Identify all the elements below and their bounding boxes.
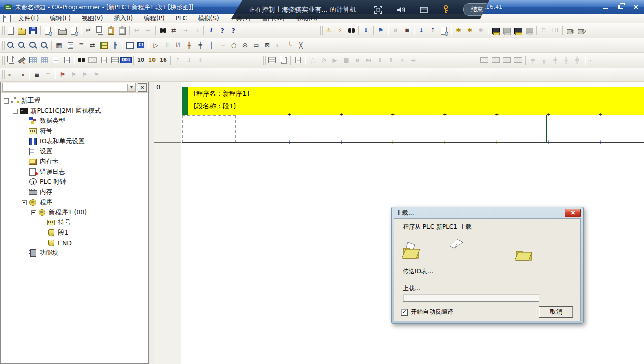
watch-window[interactable]: [27, 55, 39, 66]
monitor-in-rung[interactable]: [98, 40, 109, 51]
tree-expander-icon[interactable]: [22, 180, 28, 184]
shift-rung-left[interactable]: ⇤: [5, 69, 16, 80]
undo[interactable]: ↩: [131, 25, 142, 36]
work-online[interactable]: [490, 25, 501, 36]
output-window[interactable]: [50, 55, 61, 66]
force-on[interactable]: [564, 25, 575, 36]
properties-window[interactable]: [61, 55, 72, 66]
print[interactable]: [57, 25, 68, 36]
open-file[interactable]: [16, 25, 27, 36]
pause-monitoring[interactable]: ▮▮: [401, 25, 412, 36]
tree-expander-icon[interactable]: [13, 109, 19, 113]
tree-item-memory[interactable]: 内存: [1, 187, 148, 197]
select-tool[interactable]: ▷: [150, 40, 161, 51]
tree-item-symbols[interactable]: 符号: [1, 126, 148, 136]
new-file[interactable]: [5, 25, 16, 36]
compile-program-check[interactable]: [42, 25, 53, 36]
online-edit-mode[interactable]: [524, 25, 535, 36]
clear-breakpoints[interactable]: ⊘: [318, 55, 329, 66]
sim-scan-run[interactable]: ⇥: [408, 55, 419, 66]
tree-expander-icon[interactable]: [40, 230, 47, 235]
tree-expander-icon[interactable]: [22, 200, 28, 205]
toggle-project-window[interactable]: [5, 55, 16, 66]
tree-item-section1[interactable]: 段1: [1, 227, 148, 238]
toggle-bookmark[interactable]: ⚑: [57, 69, 68, 80]
display-decimal[interactable]: 10: [135, 55, 146, 66]
zoom-out[interactable]: [39, 40, 50, 51]
binary-monitor-window[interactable]: 001: [120, 55, 132, 66]
go-to-next-address[interactable]: ↓: [183, 55, 195, 66]
go-to-jump[interactable]: ✳: [195, 55, 206, 66]
tree-expander-icon[interactable]: [40, 241, 47, 245]
fullscreen-icon[interactable]: [374, 5, 383, 14]
help-topics[interactable]: ?: [217, 25, 228, 36]
key-icon[interactable]: [442, 5, 450, 15]
transfer-program-to-plc[interactable]: ✱: [453, 25, 464, 36]
pause-monitoring-disabled[interactable]: ▮▮: [390, 25, 401, 36]
tree-expander-icon[interactable]: [22, 170, 28, 174]
show-annotations[interactable]: [512, 55, 524, 66]
zoom-to-fit[interactable]: [5, 40, 16, 51]
auto-decompile-checkbox[interactable]: ✓: [401, 309, 408, 316]
set-breakpoint[interactable]: ◌: [307, 55, 318, 66]
compare-with-plc[interactable]: [438, 25, 449, 36]
tree-item-plcclock[interactable]: PLC 时钟: [1, 177, 148, 187]
view-ci-window[interactable]: CI: [135, 40, 146, 51]
vertical-line[interactable]: │: [206, 40, 217, 51]
go-to-previous-address[interactable]: ↑: [172, 55, 183, 66]
network-transfer[interactable]: ⚑: [375, 25, 386, 36]
dialog-titlebar[interactable]: 上载...: [394, 208, 581, 217]
toggle-rung-wrap[interactable]: ⇄: [87, 40, 98, 51]
menu-view[interactable]: 视图(V): [77, 14, 109, 23]
previous-bookmark[interactable]: ⚑: [68, 69, 79, 80]
save-file[interactable]: [27, 25, 39, 36]
display-signed-decimal[interactable]: 10: [146, 55, 158, 66]
menu-simulation[interactable]: 模拟(S): [194, 14, 226, 23]
about-info[interactable]: i: [205, 25, 217, 36]
toolbox[interactable]: [16, 55, 27, 66]
menu-plc[interactable]: PLC: [171, 14, 193, 23]
sim-continuous-step[interactable]: »: [396, 55, 408, 66]
cancel-button[interactable]: 取消: [539, 306, 573, 318]
data-trace-window[interactable]: [109, 55, 120, 66]
address-reference[interactable]: ⇒: [191, 25, 202, 36]
show-instruction-comments[interactable]: [501, 55, 512, 66]
context-help[interactable]: ?: [228, 25, 239, 36]
force-off[interactable]: [575, 25, 587, 36]
auto-line-connect[interactable]: ⌐: [587, 55, 598, 66]
show-rung-comments[interactable]: [490, 55, 501, 66]
tree-item-settings[interactable]: 设置: [1, 146, 148, 156]
tree-expander-icon[interactable]: [4, 98, 10, 103]
tree-item-program1[interactable]: 新程序1 (00): [1, 207, 148, 217]
new-contact[interactable]: ┤├: [161, 40, 172, 51]
simulator-online[interactable]: [266, 55, 278, 66]
auto-online[interactable]: ⇓: [360, 25, 372, 36]
find-references[interactable]: ⇢: [179, 25, 191, 36]
tree-expander-icon[interactable]: [31, 210, 38, 215]
tree-expander-icon[interactable]: [22, 129, 28, 134]
new-or-closed-contact[interactable]: ╪: [195, 40, 206, 51]
view-symbol-table[interactable]: [124, 40, 135, 51]
differential-monitor[interactable]: ⊓: [538, 25, 549, 36]
close-button[interactable]: ×: [632, 3, 640, 10]
tree-item-funcblocks[interactable]: 功能块: [1, 248, 148, 258]
work-online-simulator[interactable]: [501, 25, 512, 36]
tree-expander-icon[interactable]: [22, 139, 28, 144]
monitor-mode[interactable]: [512, 25, 524, 36]
quick-online-edit[interactable]: ⚡: [334, 25, 346, 36]
transfer-program-from-plc[interactable]: ✱: [464, 25, 475, 36]
show-io-comments[interactable]: [479, 55, 490, 66]
sim-step[interactable]: ▶▮: [363, 55, 374, 66]
tree-expander-icon[interactable]: [22, 190, 28, 194]
upload-from-plc[interactable]: ↑: [427, 25, 438, 36]
tree-item-programs[interactable]: 程序: [1, 197, 148, 207]
close-panel-button[interactable]: ✕: [138, 83, 147, 92]
display-hex[interactable]: 16: [158, 55, 169, 66]
tree-item-project[interactable]: 新工程: [1, 95, 148, 106]
sim-step-in[interactable]: ⇓: [374, 55, 385, 66]
selected-cell[interactable]: [182, 115, 236, 143]
new-instruction[interactable]: ▭: [251, 40, 262, 51]
new-inverted-instruction[interactable]: ⊠: [262, 40, 273, 51]
io-comment-view[interactable]: [98, 55, 109, 66]
workspace-filter-combo[interactable]: ▼: [2, 83, 136, 92]
